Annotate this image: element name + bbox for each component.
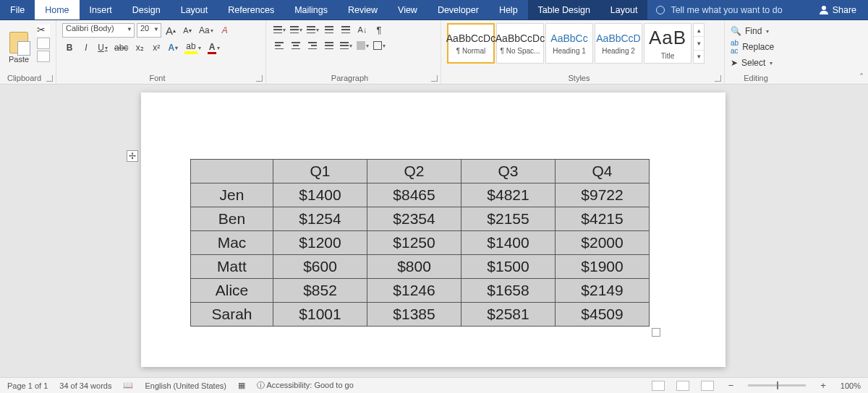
- zoom-in-button[interactable]: +: [817, 380, 829, 391]
- decrease-indent-button[interactable]: [322, 23, 336, 36]
- align-left-button[interactable]: [272, 39, 286, 52]
- tab-developer[interactable]: Developer: [427, 0, 489, 20]
- style-title[interactable]: AaBTitle: [644, 23, 692, 64]
- data-cell[interactable]: $2000: [556, 231, 650, 255]
- table-header-q4[interactable]: Q4: [556, 160, 650, 183]
- data-cell[interactable]: $800: [367, 255, 461, 279]
- line-spacing-button[interactable]: ▾: [339, 39, 353, 52]
- numbering-button[interactable]: ▾: [289, 23, 303, 36]
- bullets-button[interactable]: ▾: [272, 23, 286, 36]
- web-layout-button[interactable]: [701, 381, 714, 391]
- down-icon[interactable]: ▾: [694, 37, 704, 50]
- table-row[interactable]: Ben$1254$2354$2155$4215: [191, 207, 650, 231]
- copy-button[interactable]: [37, 38, 50, 49]
- highlight-button[interactable]: ab▾: [182, 40, 203, 55]
- spellcheck-icon[interactable]: 📖: [123, 381, 133, 390]
- status-words[interactable]: 34 of 34 words: [59, 381, 111, 390]
- superscript-button[interactable]: x²: [149, 40, 163, 55]
- data-cell[interactable]: $1658: [461, 279, 556, 303]
- table-move-handle[interactable]: ✢: [127, 150, 138, 162]
- data-cell[interactable]: $8465: [367, 183, 461, 207]
- styles-gallery[interactable]: AaBbCcDc¶ NormalAaBbCcDc¶ No Spac...AaBb…: [447, 23, 718, 64]
- document-table[interactable]: Q1Q2Q3Q4Jen$1400$8465$4821$9722Ben$1254$…: [190, 159, 650, 327]
- up-icon[interactable]: ▴: [694, 24, 704, 37]
- multilevel-button[interactable]: ▾: [305, 23, 320, 36]
- data-cell[interactable]: $600: [273, 255, 367, 279]
- status-page[interactable]: Page 1 of 1: [7, 381, 48, 390]
- data-cell[interactable]: $4821: [461, 183, 556, 207]
- row-name-cell[interactable]: Ben: [191, 207, 273, 231]
- data-cell[interactable]: $1385: [367, 303, 461, 327]
- format-painter-button[interactable]: [37, 51, 50, 62]
- page[interactable]: ✢ Q1Q2Q3Q4Jen$1400$8465$4821$9722Ben$125…: [141, 92, 726, 367]
- strikethrough-button[interactable]: abc: [112, 40, 130, 55]
- tab-review[interactable]: Review: [338, 0, 388, 20]
- sort-button[interactable]: A↓: [355, 23, 370, 36]
- row-name-cell[interactable]: Sarah: [191, 303, 273, 327]
- document-workspace[interactable]: ✢ Q1Q2Q3Q4Jen$1400$8465$4821$9722Ben$125…: [0, 85, 868, 377]
- row-name-cell[interactable]: Matt: [191, 255, 273, 279]
- zoom-value[interactable]: 100%: [841, 381, 861, 390]
- table-header-q1[interactable]: Q1: [273, 160, 367, 183]
- data-cell[interactable]: $1001: [273, 303, 367, 327]
- print-layout-button[interactable]: [676, 381, 689, 391]
- row-name-cell[interactable]: Alice: [191, 279, 273, 303]
- select-button[interactable]: ➤ Select ▾: [731, 56, 788, 69]
- dialog-launcher-icon[interactable]: [256, 75, 263, 82]
- tab-design[interactable]: Design: [122, 0, 171, 20]
- styles-gallery-nav[interactable]: ▴▾▾: [693, 23, 705, 64]
- bold-button[interactable]: B: [62, 40, 77, 55]
- zoom-slider[interactable]: [748, 384, 806, 386]
- clear-formatting-button[interactable]: A: [218, 23, 232, 38]
- row-name-cell[interactable]: Mac: [191, 231, 273, 255]
- align-center-button[interactable]: [289, 39, 303, 52]
- text-effects-button[interactable]: A▾: [166, 40, 180, 55]
- tab-table-layout[interactable]: Layout: [600, 0, 648, 20]
- borders-button[interactable]: ▾: [372, 39, 386, 52]
- data-cell[interactable]: $1246: [367, 279, 461, 303]
- table-header-q3[interactable]: Q3: [461, 160, 556, 183]
- status-language[interactable]: English (United States): [145, 381, 226, 390]
- macro-icon[interactable]: ▦: [238, 381, 245, 390]
- replace-button[interactable]: abac Replace: [731, 40, 788, 53]
- data-cell[interactable]: $2155: [461, 207, 556, 231]
- style--no-spac-[interactable]: AaBbCcDc¶ No Spac...: [496, 23, 544, 64]
- row-name-cell[interactable]: Jen: [191, 183, 273, 207]
- tab-view[interactable]: View: [388, 0, 427, 20]
- italic-button[interactable]: I: [79, 40, 93, 55]
- paste-button[interactable]: Paste: [6, 23, 32, 64]
- tab-insert[interactable]: Insert: [80, 0, 122, 20]
- style-heading-2[interactable]: AaBbCcDHeading 2: [595, 23, 642, 64]
- data-cell[interactable]: $2149: [556, 279, 650, 303]
- tell-me-search[interactable]: Tell me what you want to do: [647, 0, 807, 20]
- data-cell[interactable]: $4215: [556, 207, 650, 231]
- show-marks-button[interactable]: ¶: [372, 23, 386, 36]
- data-cell[interactable]: $1400: [273, 183, 367, 207]
- tab-layout[interactable]: Layout: [171, 0, 218, 20]
- font-size-combo[interactable]: 20 ▼: [137, 23, 161, 38]
- data-cell[interactable]: $1500: [461, 255, 556, 279]
- dialog-launcher-icon[interactable]: [431, 75, 438, 82]
- align-right-button[interactable]: [305, 39, 320, 52]
- increase-indent-button[interactable]: [339, 23, 353, 36]
- change-case-button[interactable]: Aa▾: [197, 23, 216, 38]
- table-row[interactable]: Alice$852$1246$1658$2149: [191, 279, 650, 303]
- data-cell[interactable]: $1250: [367, 231, 461, 255]
- font-color-button[interactable]: A▾: [205, 40, 223, 55]
- data-cell[interactable]: $9722: [556, 183, 650, 207]
- tab-mailings[interactable]: Mailings: [284, 0, 338, 20]
- style--normal[interactable]: AaBbCcDc¶ Normal: [447, 23, 495, 64]
- data-cell[interactable]: $1200: [273, 231, 367, 255]
- cut-button[interactable]: ✂: [37, 25, 50, 36]
- table-header-q2[interactable]: Q2: [367, 160, 461, 183]
- more-icon[interactable]: ▾: [694, 51, 704, 63]
- data-cell[interactable]: $4509: [556, 303, 650, 327]
- dialog-launcher-icon[interactable]: [715, 75, 721, 82]
- data-cell[interactable]: $2354: [367, 207, 461, 231]
- shading-button[interactable]: ▾: [355, 39, 370, 52]
- data-cell[interactable]: $1900: [556, 255, 650, 279]
- table-resize-handle[interactable]: [652, 328, 660, 337]
- data-cell[interactable]: $852: [273, 279, 367, 303]
- tab-table-design[interactable]: Table Design: [528, 0, 600, 20]
- table-row[interactable]: Mac$1200$1250$1400$2000: [191, 231, 650, 255]
